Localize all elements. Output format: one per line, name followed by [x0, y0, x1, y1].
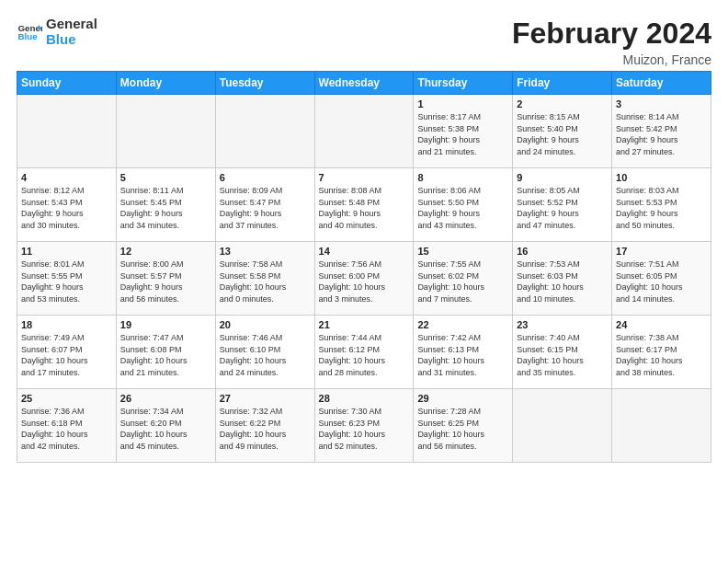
- col-monday: Monday: [116, 72, 215, 95]
- calendar-cell: 22Sunrise: 7:42 AM Sunset: 6:13 PM Dayli…: [414, 316, 513, 389]
- day-number: 26: [120, 393, 211, 404]
- header-row-days: Sunday Monday Tuesday Wednesday Thursday…: [17, 72, 711, 95]
- calendar-cell: 11Sunrise: 8:01 AM Sunset: 5:55 PM Dayli…: [17, 242, 117, 316]
- calendar-cell: 17Sunrise: 7:51 AM Sunset: 6:05 PM Dayli…: [612, 242, 711, 316]
- calendar-cell: 3Sunrise: 8:14 AM Sunset: 5:42 PM Daylig…: [612, 95, 711, 168]
- calendar-cell: [612, 389, 711, 463]
- calendar-cell: 14Sunrise: 7:56 AM Sunset: 6:00 PM Dayli…: [314, 242, 414, 316]
- day-number: 15: [417, 246, 508, 257]
- calendar-cell: 26Sunrise: 7:34 AM Sunset: 6:20 PM Dayli…: [116, 389, 215, 463]
- day-info: Sunrise: 7:58 AM Sunset: 5:58 PM Dayligh…: [220, 259, 311, 304]
- calendar-cell: 23Sunrise: 7:40 AM Sunset: 6:15 PM Dayli…: [513, 316, 612, 389]
- col-thursday: Thursday: [414, 72, 513, 95]
- calendar-cell: 4Sunrise: 8:12 AM Sunset: 5:43 PM Daylig…: [17, 168, 117, 242]
- col-wednesday: Wednesday: [314, 72, 414, 95]
- day-info: Sunrise: 7:42 AM Sunset: 6:13 PM Dayligh…: [417, 332, 508, 378]
- day-info: Sunrise: 7:56 AM Sunset: 6:00 PM Dayligh…: [319, 259, 410, 304]
- day-number: 8: [417, 172, 508, 183]
- day-number: 3: [616, 98, 707, 109]
- day-number: 21: [319, 319, 410, 330]
- col-friday: Friday: [513, 72, 612, 95]
- month-title: February 2024: [512, 17, 711, 51]
- day-info: Sunrise: 8:09 AM Sunset: 5:47 PM Dayligh…: [220, 185, 311, 231]
- svg-text:Blue: Blue: [17, 31, 38, 41]
- calendar-cell: 9Sunrise: 8:05 AM Sunset: 5:52 PM Daylig…: [513, 168, 612, 242]
- day-number: 24: [616, 319, 707, 330]
- calendar-table: Sunday Monday Tuesday Wednesday Thursday…: [17, 71, 711, 463]
- calendar-cell: [314, 95, 414, 168]
- day-info: Sunrise: 7:55 AM Sunset: 6:02 PM Dayligh…: [417, 259, 508, 304]
- day-number: 13: [220, 246, 311, 257]
- day-number: 2: [517, 98, 608, 109]
- day-number: 16: [517, 246, 608, 257]
- logo: General Blue General Blue: [17, 17, 97, 47]
- day-info: Sunrise: 7:34 AM Sunset: 6:20 PM Dayligh…: [120, 406, 211, 452]
- day-info: Sunrise: 8:14 AM Sunset: 5:42 PM Dayligh…: [616, 111, 707, 157]
- logo-general: General: [46, 17, 97, 32]
- day-number: 25: [21, 393, 112, 404]
- calendar-cell: 1Sunrise: 8:17 AM Sunset: 5:38 PM Daylig…: [414, 95, 513, 168]
- calendar-cell: 28Sunrise: 7:30 AM Sunset: 6:23 PM Dayli…: [314, 389, 414, 463]
- day-number: 1: [417, 98, 508, 109]
- day-info: Sunrise: 7:49 AM Sunset: 6:07 PM Dayligh…: [21, 332, 112, 378]
- calendar-cell: [17, 95, 117, 168]
- calendar-cell: 20Sunrise: 7:46 AM Sunset: 6:10 PM Dayli…: [215, 316, 314, 389]
- day-number: 28: [319, 393, 410, 404]
- calendar-cell: 27Sunrise: 7:32 AM Sunset: 6:22 PM Dayli…: [215, 389, 314, 463]
- day-info: Sunrise: 8:12 AM Sunset: 5:43 PM Dayligh…: [21, 185, 112, 231]
- day-number: 12: [120, 246, 211, 257]
- day-number: 11: [21, 246, 112, 257]
- calendar-week-2: 4Sunrise: 8:12 AM Sunset: 5:43 PM Daylig…: [17, 168, 711, 242]
- day-info: Sunrise: 8:00 AM Sunset: 5:57 PM Dayligh…: [120, 259, 211, 304]
- calendar-week-1: 1Sunrise: 8:17 AM Sunset: 5:38 PM Daylig…: [17, 95, 711, 168]
- calendar-body: 1Sunrise: 8:17 AM Sunset: 5:38 PM Daylig…: [17, 95, 711, 463]
- day-info: Sunrise: 7:53 AM Sunset: 6:03 PM Dayligh…: [517, 259, 608, 304]
- logo-blue: Blue: [46, 32, 97, 48]
- day-number: 29: [417, 393, 508, 404]
- day-info: Sunrise: 7:28 AM Sunset: 6:25 PM Dayligh…: [417, 406, 508, 452]
- calendar-cell: [513, 389, 612, 463]
- calendar-cell: 19Sunrise: 7:47 AM Sunset: 6:08 PM Dayli…: [116, 316, 215, 389]
- day-number: 23: [517, 319, 608, 330]
- calendar-cell: [116, 95, 215, 168]
- calendar-week-5: 25Sunrise: 7:36 AM Sunset: 6:18 PM Dayli…: [17, 389, 711, 463]
- col-sunday: Sunday: [17, 72, 117, 95]
- calendar-cell: 10Sunrise: 8:03 AM Sunset: 5:53 PM Dayli…: [612, 168, 711, 242]
- day-number: 22: [417, 319, 508, 330]
- day-info: Sunrise: 8:15 AM Sunset: 5:40 PM Dayligh…: [517, 111, 608, 157]
- col-tuesday: Tuesday: [215, 72, 314, 95]
- day-number: 5: [120, 172, 211, 183]
- calendar-container: General Blue General Blue February 2024 …: [0, 0, 728, 472]
- day-number: 18: [21, 319, 112, 330]
- title-block: February 2024 Muizon, France: [512, 17, 711, 67]
- day-info: Sunrise: 8:11 AM Sunset: 5:45 PM Dayligh…: [120, 185, 211, 231]
- day-info: Sunrise: 7:46 AM Sunset: 6:10 PM Dayligh…: [220, 332, 311, 378]
- day-number: 7: [319, 172, 410, 183]
- day-info: Sunrise: 8:01 AM Sunset: 5:55 PM Dayligh…: [21, 259, 112, 304]
- calendar-cell: 18Sunrise: 7:49 AM Sunset: 6:07 PM Dayli…: [17, 316, 117, 389]
- calendar-week-3: 11Sunrise: 8:01 AM Sunset: 5:55 PM Dayli…: [17, 242, 711, 316]
- calendar-cell: 25Sunrise: 7:36 AM Sunset: 6:18 PM Dayli…: [17, 389, 117, 463]
- day-info: Sunrise: 7:38 AM Sunset: 6:17 PM Dayligh…: [616, 332, 707, 378]
- day-info: Sunrise: 8:17 AM Sunset: 5:38 PM Dayligh…: [417, 111, 508, 157]
- day-number: 14: [319, 246, 410, 257]
- calendar-cell: 5Sunrise: 8:11 AM Sunset: 5:45 PM Daylig…: [116, 168, 215, 242]
- day-info: Sunrise: 8:03 AM Sunset: 5:53 PM Dayligh…: [616, 185, 707, 231]
- day-info: Sunrise: 7:40 AM Sunset: 6:15 PM Dayligh…: [517, 332, 608, 378]
- day-number: 19: [120, 319, 211, 330]
- calendar-cell: 13Sunrise: 7:58 AM Sunset: 5:58 PM Dayli…: [215, 242, 314, 316]
- day-info: Sunrise: 7:36 AM Sunset: 6:18 PM Dayligh…: [21, 406, 112, 452]
- day-info: Sunrise: 8:05 AM Sunset: 5:52 PM Dayligh…: [517, 185, 608, 231]
- day-number: 10: [616, 172, 707, 183]
- location: Muizon, France: [512, 52, 711, 67]
- calendar-cell: 21Sunrise: 7:44 AM Sunset: 6:12 PM Dayli…: [314, 316, 414, 389]
- day-number: 4: [21, 172, 112, 183]
- day-number: 27: [220, 393, 311, 404]
- day-info: Sunrise: 7:51 AM Sunset: 6:05 PM Dayligh…: [616, 259, 707, 304]
- calendar-cell: 16Sunrise: 7:53 AM Sunset: 6:03 PM Dayli…: [513, 242, 612, 316]
- calendar-cell: 7Sunrise: 8:08 AM Sunset: 5:48 PM Daylig…: [314, 168, 414, 242]
- calendar-cell: 8Sunrise: 8:06 AM Sunset: 5:50 PM Daylig…: [414, 168, 513, 242]
- day-number: 9: [517, 172, 608, 183]
- calendar-cell: 24Sunrise: 7:38 AM Sunset: 6:17 PM Dayli…: [612, 316, 711, 389]
- col-saturday: Saturday: [612, 72, 711, 95]
